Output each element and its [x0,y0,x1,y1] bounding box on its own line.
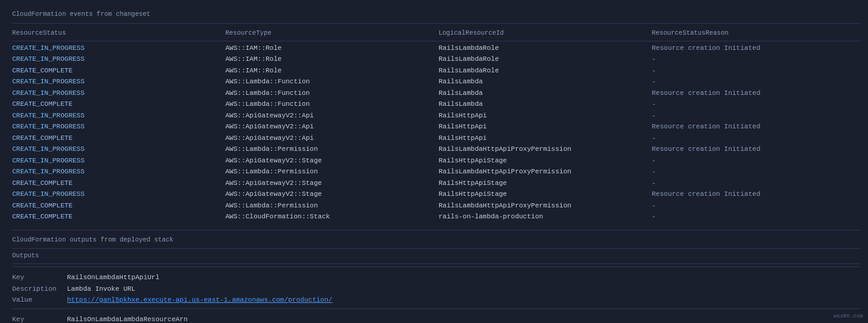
key-value: RailsOnLambdaHttpApiUrl [67,273,861,283]
events-divider [12,23,861,24]
row-type: AWS::CloudFormation::Stack [225,212,439,222]
row-reason: - [652,212,861,222]
row-status: CREATE_IN_PROGRESS [12,122,225,132]
table-row: CREATE_IN_PROGRESS AWS::Lambda::Function… [12,76,861,88]
row-reason: Resource creation Initiated [652,189,861,200]
row-id: RailsHttpApiStage [439,189,652,200]
key-label: Key [12,314,67,324]
row-status: CREATE_COMPLETE [12,212,225,222]
row-id: RailsLambda [439,99,652,109]
row-reason: - [652,201,861,211]
row-reason: Resource creation Initiated [652,122,861,132]
table-row: CREATE_COMPLETE AWS::Lambda::Permission … [12,200,861,212]
row-reason: - [652,99,861,109]
row-reason: - [652,156,861,166]
watermark: wsx0n.com [833,313,863,321]
row-status: CREATE_COMPLETE [12,99,225,109]
row-type: AWS::Lambda::Permission [225,201,439,211]
header-status-reason: ResourceStatusReason [652,29,861,38]
table-row: CREATE_IN_PROGRESS AWS::IAM::Role RailsL… [12,54,861,65]
row-reason: Resource creation Initiated [652,144,861,155]
main-content: CloudFormation events from changeset Res… [0,0,868,323]
row-type: AWS::ApiGatewayV2::Api [225,122,439,132]
row-reason: Resource creation Initiated [652,43,861,54]
header-resource-type: ResourceType [225,29,439,38]
row-type: AWS::Lambda::Function [225,77,439,87]
row-status: CREATE_IN_PROGRESS [12,111,225,121]
row-reason: - [652,111,861,121]
table-row: CREATE_IN_PROGRESS AWS::ApiGatewayV2::St… [12,155,861,167]
key-value: RailsOnLambdaLambdaResourceArn [67,314,861,324]
table-row: CREATE_COMPLETE AWS::ApiGatewayV2::Stage… [12,178,861,189]
output-group: Key RailsOnLambdaLambdaResourceArn Descr… [12,314,861,324]
row-id: RailsLambda [439,77,652,87]
table-row: CREATE_IN_PROGRESS AWS::IAM::Role RailsL… [12,43,861,54]
row-type: AWS::IAM::Role [225,43,439,54]
row-reason: Resource creation Initiated [652,88,861,99]
row-id: RailsHttpApi [439,133,652,144]
table-row: CREATE_IN_PROGRESS AWS::Lambda::Function… [12,88,861,99]
row-status: CREATE_COMPLETE [12,133,225,144]
row-reason: - [652,167,861,177]
table-row: CREATE_COMPLETE AWS::IAM::Role RailsLamb… [12,65,861,77]
row-id: RailsHttpApiStage [439,156,652,166]
outputs-sub-divider [12,266,861,267]
row-type: AWS::ApiGatewayV2::Stage [225,178,439,189]
row-status: CREATE_COMPLETE [12,66,225,76]
table-row: CREATE_IN_PROGRESS AWS::Lambda::Permissi… [12,166,861,178]
row-id: RailsLambdaHttpApiProxyPermission [439,167,652,177]
table-row: CREATE_IN_PROGRESS AWS::ApiGatewayV2::St… [12,189,861,200]
outputs-top-divider [12,230,861,231]
events-section-title: CloudFormation events from changeset [12,10,861,19]
row-type: AWS::ApiGatewayV2::Api [225,111,439,121]
row-type: AWS::Lambda::Function [225,99,439,109]
output-key-row: Key RailsOnLambdaHttpApiUrl [12,272,861,283]
row-status: CREATE_COMPLETE [12,178,225,189]
row-status: CREATE_IN_PROGRESS [12,156,225,166]
output-group: Key RailsOnLambdaHttpApiUrl Description … [12,272,861,306]
row-type: AWS::ApiGatewayV2::Api [225,133,439,144]
table-header: ResourceStatus ResourceType LogicalResou… [12,26,861,41]
table-row: CREATE_IN_PROGRESS AWS::Lambda::Permissi… [12,144,861,155]
header-resource-status: ResourceStatus [12,29,225,38]
output-val-row: Value https://ganl5pkhxe.execute-api.us-… [12,294,861,306]
events-table: CREATE_IN_PROGRESS AWS::IAM::Role RailsL… [12,43,861,223]
row-status: CREATE_IN_PROGRESS [12,77,225,87]
output-divider [12,308,861,309]
row-status: CREATE_IN_PROGRESS [12,54,225,64]
row-id: RailsLambdaRole [439,43,652,54]
outputs-header-divider [12,248,861,249]
table-row: CREATE_COMPLETE AWS::ApiGatewayV2::Api R… [12,133,861,144]
row-reason: - [652,54,861,64]
outputs-section-title: CloudFormation outputs from deployed sta… [12,235,861,245]
row-id: RailsHttpApi [439,111,652,121]
desc-value: Lambda Invoke URL [67,284,861,294]
table-row: CREATE_COMPLETE AWS::Lambda::Function Ra… [12,99,861,110]
row-type: AWS::ApiGatewayV2::Stage [225,156,439,166]
row-status: CREATE_IN_PROGRESS [12,189,225,200]
table-row: CREATE_COMPLETE AWS::CloudFormation::Sta… [12,211,861,223]
row-id: RailsLambda [439,88,652,99]
row-status: CREATE_IN_PROGRESS [12,144,225,155]
output-link[interactable]: https://ganl5pkhxe.execute-api.us-east-1… [67,295,861,305]
table-row: CREATE_IN_PROGRESS AWS::ApiGatewayV2::Ap… [12,110,861,122]
row-reason: - [652,77,861,87]
row-id: RailsLambdaRole [439,66,652,76]
row-id: RailsLambdaHttpApiProxyPermission [439,201,652,211]
output-key-row: Key RailsOnLambdaLambdaResourceArn [12,314,861,324]
row-type: AWS::IAM::Role [225,54,439,64]
row-reason: - [652,66,861,76]
row-status: CREATE_IN_PROGRESS [12,88,225,99]
key-label: Key [12,273,67,283]
desc-label: Description [12,284,67,294]
row-status: CREATE_IN_PROGRESS [12,167,225,177]
row-reason: - [652,178,861,189]
row-id: rails-on-lambda-production [439,212,652,222]
header-logical-resource-id: LogicalResourceId [439,29,652,38]
table-row: CREATE_IN_PROGRESS AWS::ApiGatewayV2::Ap… [12,121,861,133]
row-reason: - [652,133,861,144]
row-type: AWS::IAM::Role [225,66,439,76]
val-label: Value [12,295,67,305]
outputs-section: CloudFormation outputs from deployed sta… [12,230,861,324]
row-id: RailsHttpApiStage [439,178,652,189]
